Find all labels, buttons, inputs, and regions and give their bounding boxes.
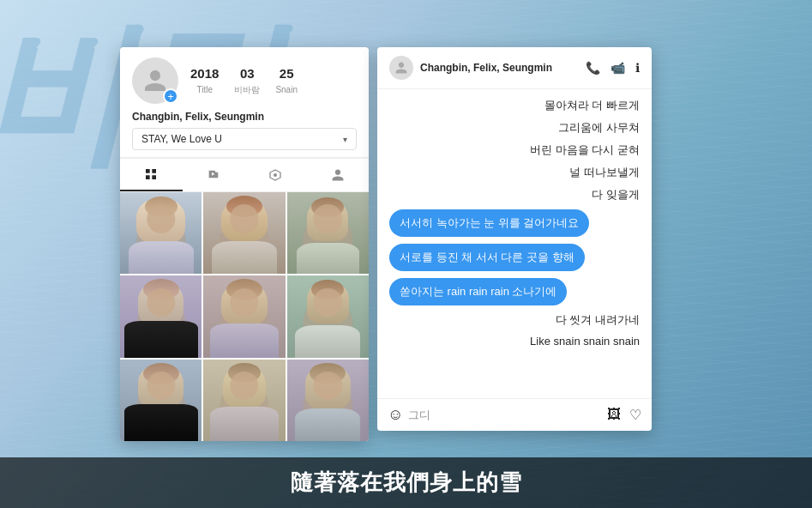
chat-message-2: 그리움에 사무쳐 xyxy=(389,120,640,136)
dropdown-label: STAY, We Love U xyxy=(141,133,222,145)
profile-stats: 2018 Title 03 비바람 25 Snain xyxy=(190,66,298,96)
ig-dropdown[interactable]: STAY, We Love U ▾ xyxy=(132,128,357,150)
video-call-icon[interactable]: 📹 xyxy=(611,61,625,75)
subtitle-bar: 隨著落在我們身上的雪 xyxy=(0,457,812,508)
subtitle-text: 隨著落在我們身上的雪 xyxy=(291,469,522,495)
nav-video[interactable] xyxy=(183,159,245,191)
chat-input-placeholder[interactable]: 그디 xyxy=(408,408,430,423)
photo-grid xyxy=(120,192,369,441)
message-bubble-6: 서서히 녹아가는 눈 위를 걸어가네요 xyxy=(389,209,589,237)
chat-message-3: 버린 마음을 다시 굳혀 xyxy=(389,142,640,158)
chat-header-icons: 📞 📹 ℹ xyxy=(586,61,640,75)
person-icon xyxy=(331,168,345,182)
ig-nav xyxy=(120,158,369,192)
nav-grid[interactable] xyxy=(120,159,183,191)
chat-avatar xyxy=(389,56,413,80)
chat-message-7: 서로를 등진 채 서서 다른 곳을 향해 xyxy=(389,244,640,271)
profile-row: + 2018 Title 03 비바람 25 Snain xyxy=(132,57,357,104)
chat-header: Changbin, Felix, Seungmin 📞 📹 ℹ xyxy=(377,47,652,89)
stat-title: 2018 Title xyxy=(190,66,219,96)
chat-messages: 몰아쳐라 더 빠르게 그리움에 사무쳐 버린 마음을 다시 굳혀 널 떠나보낼게… xyxy=(377,89,652,398)
chat-message-5: 다 잊을게 xyxy=(389,187,640,203)
chat-message-9: 다 씻겨 내려가네 xyxy=(389,312,640,328)
message-text-10: Like snain snain snain xyxy=(530,335,640,348)
heart-icon[interactable]: ♡ xyxy=(629,407,641,423)
tag-icon xyxy=(268,168,282,182)
message-text-1: 몰아쳐라 더 빠르게 xyxy=(544,99,640,112)
message-text-9: 다 씻겨 내려가네 xyxy=(556,313,640,326)
instagram-header: + 2018 Title 03 비바람 25 Snain Changbin, F… xyxy=(120,47,369,158)
grid-icon xyxy=(144,167,158,181)
chat-input-right: 🖼 ♡ xyxy=(607,407,641,423)
grid-cell-7[interactable] xyxy=(120,360,201,441)
avatar-icon xyxy=(142,68,168,94)
grid-cell-2[interactable] xyxy=(203,192,285,274)
chat-header-left: Changbin, Felix, Seungmin xyxy=(389,56,552,80)
chat-message-1: 몰아쳐라 더 빠르게 xyxy=(389,98,640,113)
chat-input-left: ☺ 그디 xyxy=(388,406,430,424)
grid-cell-1[interactable] xyxy=(120,192,201,274)
nav-person[interactable] xyxy=(307,159,370,191)
avatar-plus-button[interactable]: + xyxy=(163,88,178,104)
message-text-2: 그리움에 사무쳐 xyxy=(558,121,640,134)
instagram-panel: + 2018 Title 03 비바람 25 Snain Changbin, F… xyxy=(120,47,369,441)
grid-cell-8[interactable] xyxy=(203,360,285,441)
message-text-4: 널 떠나보낼게 xyxy=(569,166,640,178)
message-bubble-7: 서로를 등진 채 서서 다른 곳을 향해 xyxy=(389,244,585,271)
chevron-down-icon: ▾ xyxy=(343,135,347,144)
avatar: + xyxy=(132,57,178,104)
grid-cell-5[interactable] xyxy=(203,275,285,357)
chat-message-6: 서서히 녹아가는 눈 위를 걸어가네요 xyxy=(389,209,640,237)
chat-message-8: 쏟아지는 rain rain rain 소나기에 xyxy=(389,278,640,305)
message-text-3: 버린 마음을 다시 굳혀 xyxy=(530,143,640,156)
image-icon[interactable]: 🖼 xyxy=(607,407,621,423)
chat-input-area: ☺ 그디 🖼 ♡ xyxy=(377,398,652,431)
emoji-icon[interactable]: ☺ xyxy=(388,406,403,424)
grid-cell-9[interactable] xyxy=(287,360,369,441)
chat-message-4: 널 떠나보낼게 xyxy=(389,165,640,180)
phone-icon[interactable]: 📞 xyxy=(586,61,600,75)
chat-message-10: Like snain snain snain xyxy=(389,335,640,348)
stat-bibaram: 03 비바람 xyxy=(234,66,260,96)
nav-tag[interactable] xyxy=(244,159,307,191)
stat-snain: 25 Snain xyxy=(275,66,298,96)
message-bubble-8: 쏟아지는 rain rain rain 소나기에 xyxy=(389,278,567,305)
chat-header-name: Changbin, Felix, Seungmin xyxy=(420,62,552,74)
info-icon[interactable]: ℹ xyxy=(635,61,640,75)
grid-cell-6[interactable] xyxy=(287,275,369,357)
grid-cell-4[interactable] xyxy=(120,275,201,357)
chat-panel: Changbin, Felix, Seungmin 📞 📹 ℹ 몰아쳐라 더 빠… xyxy=(377,47,652,431)
chat-avatar-icon xyxy=(394,61,408,75)
message-text-5: 다 잊을게 xyxy=(592,188,640,201)
video-icon xyxy=(207,168,220,182)
grid-cell-3[interactable] xyxy=(287,192,369,274)
ig-username: Changbin, Felix, Seungmin xyxy=(132,111,357,123)
